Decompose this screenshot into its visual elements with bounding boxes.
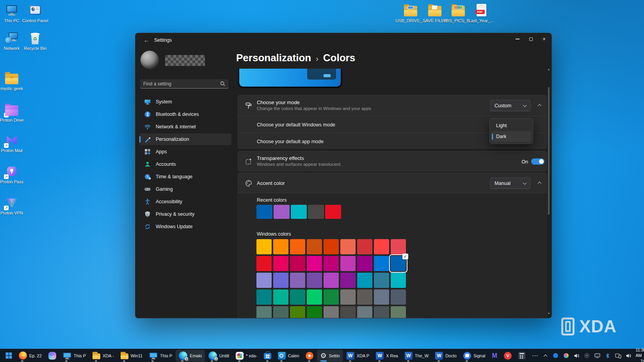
minimize-button[interactable] xyxy=(511,34,524,44)
windows-color-swatch[interactable] xyxy=(324,306,339,318)
user-avatar[interactable] xyxy=(141,51,159,69)
taskbar-button-overflow[interactable]: ⋯ xyxy=(529,350,542,362)
taskbar-button-firefox[interactable]: Ep. 22 xyxy=(16,350,45,362)
taskbar-button-microsoft-store[interactable] xyxy=(261,350,274,362)
desktop-icon-pdf-file[interactable]: Last_Year_... xyxy=(466,3,496,23)
windows-color-swatch[interactable] xyxy=(324,256,339,271)
scroll-down-arrow[interactable]: ▼ xyxy=(546,311,551,316)
settings-search[interactable] xyxy=(140,79,228,89)
windows-color-swatch[interactable] xyxy=(307,306,322,318)
windows-color-swatch[interactable] xyxy=(357,306,372,318)
taskbar-button-orange-app[interactable] xyxy=(302,350,317,362)
mode-collapse-button[interactable] xyxy=(534,101,545,110)
taskbar-clock[interactable]: 11:30:11 AM7/1/2025 xyxy=(636,347,644,362)
windows-color-swatch[interactable] xyxy=(324,239,339,254)
sidebar-item-accessibility[interactable]: Accessibility xyxy=(139,196,231,208)
windows-color-swatch[interactable] xyxy=(273,306,288,318)
scrollbar-thumb[interactable] xyxy=(548,87,550,215)
chevron-up-icon[interactable] xyxy=(542,352,549,360)
camera-icon[interactable] xyxy=(584,352,590,360)
windows-color-swatch[interactable] xyxy=(340,256,356,271)
onedrive-icon[interactable] xyxy=(552,352,559,360)
windows-color-swatch[interactable] xyxy=(290,239,305,254)
windows-color-swatch[interactable] xyxy=(273,273,288,288)
windows-color-swatch[interactable] xyxy=(357,239,372,254)
taskbar-button-edge-untitled[interactable]: Untitl xyxy=(205,350,232,362)
windows-color-swatch[interactable] xyxy=(391,289,406,305)
taskbar-button-word-docto[interactable]: WDocto xyxy=(432,350,460,362)
windows-color-swatch[interactable] xyxy=(357,289,372,305)
windows-color-swatch[interactable] xyxy=(374,256,389,271)
bluetooth-icon[interactable] xyxy=(605,352,611,360)
desktop-icon-proton-vpn[interactable]: ↗Proton VPN xyxy=(0,195,27,215)
taskbar-button-slack-xda[interactable]: * xda- xyxy=(233,350,260,362)
windows-color-swatch[interactable] xyxy=(340,273,356,288)
windows-color-swatch[interactable] xyxy=(374,239,389,254)
windows-color-swatch[interactable] xyxy=(256,289,272,305)
sidebar-item-privacy-security[interactable]: Privacy & security xyxy=(139,208,231,220)
sidebar-item-bluetooth-devices[interactable]: Bluetooth & devices xyxy=(139,108,231,120)
taskbar-button-word-x-rea[interactable]: WX Rea xyxy=(373,350,401,362)
color-wheel-icon[interactable] xyxy=(563,352,569,360)
windows-color-swatch[interactable] xyxy=(256,256,272,271)
sidebar-item-accounts[interactable]: Accounts xyxy=(139,158,231,170)
taskbar-button-folder-xda[interactable]: XDA - xyxy=(89,350,117,362)
taskbar-button-explorer-this-pc-2[interactable]: This P xyxy=(146,350,175,362)
windows-color-swatch[interactable] xyxy=(307,239,322,254)
windows-color-swatch[interactable] xyxy=(391,273,406,288)
windows-color-swatch[interactable] xyxy=(307,256,322,271)
display-icon[interactable] xyxy=(594,352,601,360)
recent-color-swatch[interactable] xyxy=(325,205,341,219)
taskbar-button-calculator[interactable] xyxy=(515,350,528,362)
windows-color-swatch[interactable] xyxy=(290,256,305,271)
windows-color-swatch[interactable] xyxy=(391,306,406,318)
windows-color-swatch[interactable] xyxy=(273,289,288,305)
taskbar-button-vivaldi[interactable]: V xyxy=(501,350,515,362)
windows-color-swatch[interactable] xyxy=(324,273,339,288)
taskbar-button-start[interactable] xyxy=(2,350,15,362)
sidebar-item-time-language[interactable]: Time & language xyxy=(139,171,231,183)
desktop-icon-proton-drive[interactable]: ↗Proton Drive xyxy=(0,103,27,122)
windows-color-swatch[interactable] xyxy=(357,256,372,271)
sidebar-item-apps[interactable]: Apps xyxy=(139,146,231,158)
taskbar-button-edge-emaki[interactable]: Emaki xyxy=(176,350,205,362)
desktop-icon-mystic-geek-folder[interactable]: mystic geek xyxy=(0,71,27,91)
windows-color-swatch[interactable] xyxy=(374,289,389,305)
windows-color-swatch[interactable] xyxy=(273,239,288,254)
windows-color-swatch[interactable] xyxy=(290,289,305,305)
sidebar-item-gaming[interactable]: Gaming xyxy=(139,183,231,195)
close-button[interactable]: × xyxy=(537,34,551,44)
windows-color-swatch[interactable] xyxy=(374,306,389,318)
windows-color-swatch[interactable] xyxy=(290,273,305,288)
windows-color-swatch[interactable] xyxy=(340,306,356,318)
windows-color-swatch[interactable] xyxy=(290,306,305,318)
windows-color-swatch-selected[interactable]: ✓ xyxy=(391,256,406,271)
sidebar-item-system[interactable]: System xyxy=(139,96,231,108)
windows-color-swatch[interactable] xyxy=(374,273,389,288)
maximize-button[interactable] xyxy=(524,34,537,44)
desktop-icon-proton-pass[interactable]: ↗Proton Pass xyxy=(0,164,27,184)
breadcrumb-personalization[interactable]: Personalization xyxy=(236,52,311,64)
taskbar-button-proton-mail[interactable]: M xyxy=(489,350,500,362)
windows-color-swatch[interactable] xyxy=(340,289,356,305)
volume-mix-icon[interactable] xyxy=(573,352,580,360)
desktop-icon-control-panel[interactable]: Control Panel xyxy=(20,3,50,23)
taskbar-button-explorer-this-pc[interactable]: This P xyxy=(60,350,89,362)
recent-color-swatch[interactable] xyxy=(291,205,307,219)
scrollbar[interactable] xyxy=(548,71,550,309)
sidebar-item-personalization[interactable]: Personalization xyxy=(139,133,231,145)
flyout-option-light[interactable]: Light xyxy=(491,120,531,131)
sidebar-item-network-internet[interactable]: Network & internet xyxy=(139,121,231,133)
flyout-option-dark[interactable]: Dark xyxy=(491,131,531,142)
mode-dropdown[interactable]: Custom xyxy=(490,100,530,111)
taskbar-button-settings-app[interactable]: ⚙Settin xyxy=(317,350,343,362)
back-button[interactable]: ← xyxy=(141,35,152,45)
taskbar-button-outlook-calendar[interactable]: Calen xyxy=(275,350,302,362)
windows-color-swatch[interactable] xyxy=(256,239,272,254)
windows-color-swatch[interactable] xyxy=(357,273,372,288)
recent-color-swatch[interactable] xyxy=(308,205,324,219)
sidebar-item-windows-update[interactable]: Windows Update xyxy=(139,221,231,232)
accent-collapse-button[interactable] xyxy=(534,178,545,188)
desktop-icon-proton-mail[interactable]: ↗Proton Mail xyxy=(0,133,27,153)
transparency-toggle[interactable] xyxy=(531,158,544,165)
